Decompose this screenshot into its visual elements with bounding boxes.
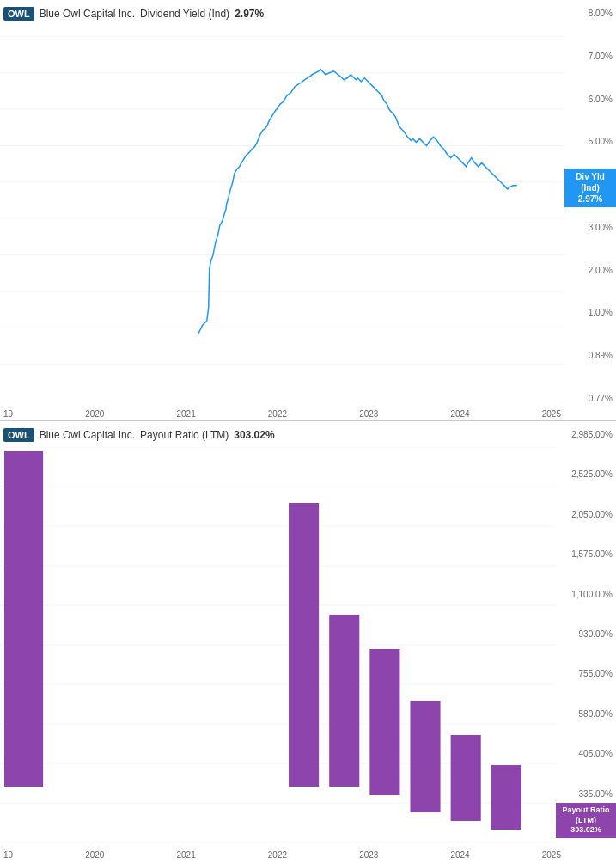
bar-2024a: [369, 649, 399, 795]
bottom-x-2021: 2021: [177, 850, 196, 860]
x-label-2021: 2021: [177, 409, 196, 419]
bar-2023b: [329, 615, 359, 787]
top-x-axis: 19 2020 2021 2022 2023 2024 2025: [3, 409, 561, 419]
y-label-2050: 2,050.00%: [556, 510, 613, 519]
top-axis-badge: Div Yld (Ind) 2.97%: [564, 169, 616, 207]
y-label-930: 930.00%: [556, 629, 613, 639]
bar-2023a: [289, 503, 319, 787]
bottom-metric-value: 303.02%: [234, 429, 274, 441]
y-label-077: 0.77%: [564, 394, 613, 403]
top-company-name: Blue Owl Capital Inc.: [40, 8, 135, 20]
x-label-2022: 2022: [268, 409, 287, 419]
dividend-yield-svg: [0, 0, 564, 403]
dividend-yield-chart: OWL Blue Owl Capital Inc. Dividend Yield…: [0, 0, 616, 421]
payout-ratio-chart: OWL Blue Owl Capital Inc. Payout Ratio (…: [0, 421, 616, 864]
bottom-x-19: 19: [3, 850, 13, 860]
y-label-1575: 1,575.00%: [556, 549, 613, 559]
bar-2024b: [410, 701, 440, 812]
y-label-8: 8.00%: [564, 9, 613, 18]
bottom-x-2023: 2023: [359, 850, 378, 860]
bottom-metric-name: Payout Ratio (LTM): [140, 429, 229, 441]
top-metric-name: Dividend Yield (Ind): [140, 8, 229, 20]
y-label-6: 6.00%: [564, 95, 613, 104]
y-label-580: 580.00%: [556, 709, 613, 719]
y-label-5: 5.00%: [564, 137, 613, 146]
bottom-x-2024: 2024: [450, 850, 469, 860]
x-label-2024: 2024: [450, 409, 469, 419]
y-label-3: 3.00%: [564, 223, 613, 232]
bar-2024c: [451, 735, 481, 821]
bar-2024d: [491, 765, 521, 830]
y-label-7: 7.00%: [564, 52, 613, 61]
y-label-1100: 1,100.00%: [556, 590, 613, 599]
bar-2019: [4, 451, 43, 787]
bottom-x-axis: 19 2020 2021 2022 2023 2024 2025: [3, 850, 561, 860]
y-label-2525: 2,525.00%: [556, 469, 613, 479]
y-label-089: 0.89%: [564, 351, 613, 360]
y-label-335: 335.00%: [556, 789, 613, 799]
x-label-2020: 2020: [85, 409, 104, 419]
x-label-19: 19: [3, 409, 13, 419]
bottom-x-2025: 2025: [542, 850, 561, 860]
bottom-y-axis: 2,985.00% 2,525.00% 2,050.00% 1,575.00% …: [556, 421, 616, 864]
bottom-x-2020: 2020: [85, 850, 104, 860]
bottom-x-2022: 2022: [268, 850, 287, 860]
bottom-chart-header: OWL Blue Owl Capital Inc. Payout Ratio (…: [3, 428, 275, 442]
y-label-2: 2.00%: [564, 266, 613, 275]
y-label-1: 1.00%: [564, 308, 613, 317]
top-chart-header: OWL Blue Owl Capital Inc. Dividend Yield…: [3, 7, 264, 21]
y-label-2985: 2,985.00%: [556, 430, 613, 439]
top-metric-value: 2.97%: [235, 8, 264, 20]
top-ticker-badge: OWL: [3, 7, 34, 21]
y-label-405: 405.00%: [556, 749, 613, 758]
bottom-company-name: Blue Owl Capital Inc.: [40, 429, 135, 441]
bottom-axis-badge: Payout Ratio (LTM) 303.02%: [556, 803, 616, 838]
top-y-axis: 8.00% 7.00% 6.00% 5.00% 4.00% 3.00% 2.00…: [564, 0, 616, 420]
x-label-2023: 2023: [359, 409, 378, 419]
bottom-ticker-badge: OWL: [3, 428, 34, 442]
payout-ratio-svg: [0, 447, 556, 843]
y-label-755: 755.00%: [556, 669, 613, 678]
x-label-2025: 2025: [542, 409, 561, 419]
main-container: OWL Blue Owl Capital Inc. Dividend Yield…: [0, 0, 616, 864]
